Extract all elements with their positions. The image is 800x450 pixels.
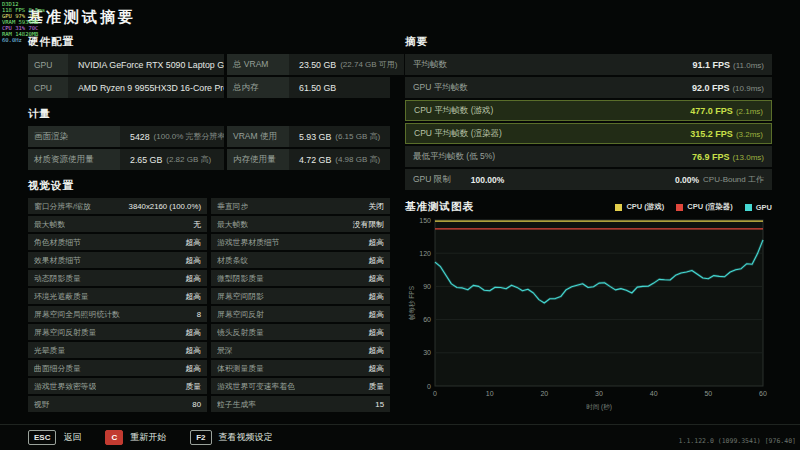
osd-line: D3D12 (2, 1, 45, 7)
setting-label: 游戏世界可变速率着色 (217, 381, 295, 392)
legend-label: GPU (756, 203, 772, 212)
footer-video-settings[interactable]: F2 查看视频设定 (190, 430, 272, 445)
setting-label: 曲面细分质量 (34, 363, 81, 374)
chart-section-header: 基准测试图表 (405, 200, 474, 214)
x-tick-label: 10 (486, 390, 494, 397)
setting-label: 材质条纹 (217, 255, 248, 266)
setting-value: 质量 (185, 381, 201, 392)
legend-swatch (745, 204, 752, 211)
setting-label: 效果材质细节 (34, 255, 81, 266)
setting-row: 屏幕空间反射 超高 (211, 306, 390, 322)
version-text: 1.1.122.0 (1099.3541) [976.40] (679, 437, 796, 445)
setting-label: 屏幕空间全局照明统计数 (34, 309, 120, 320)
frames-rendered-label: 画面渲染 (28, 126, 120, 147)
memory-usage-number: 4.72 GB (299, 155, 331, 165)
setting-label: 角色材质细节 (34, 237, 81, 248)
left-column: 硬件配置 GPU NVIDIA GeForce RTX 5090 Laptop … (28, 33, 390, 414)
setting-value: 8 (197, 310, 201, 319)
benchmark-summary-screen: D3D12118 FPS 8.5msGPU 97% 74CVRAM 5934MB… (0, 0, 800, 450)
summary-section-header: 摘要 (405, 35, 772, 49)
setting-row: 垂直同步 关闭 (211, 198, 390, 214)
visual-settings-left-column: 窗口分辨率/缩放 3840x2160 (100.0%) 最大帧数 无 角色材质细… (28, 198, 207, 414)
y-tick-label: 60 (423, 316, 431, 323)
legend-swatch (615, 204, 622, 211)
chart-header-row: 基准测试图表 CPU (游戏) CPU (渲染器) GPU (405, 200, 772, 214)
gpu-cell: GPU NVIDIA GeForce RTX 5090 Laptop GPU (28, 54, 224, 75)
setting-value: 超高 (185, 255, 201, 266)
cpu-cell: CPU AMD Ryzen 9 9955HX3D 16-Core Process… (28, 77, 224, 98)
c-keycap[interactable]: C (105, 430, 123, 445)
metrics-section-header: 计量 (28, 107, 390, 121)
x-tick-label: 20 (540, 390, 548, 397)
legend-label: CPU (渲染器) (687, 202, 732, 212)
setting-row: 视野 80 (28, 396, 207, 412)
setting-row: 曲面细分质量 超高 (28, 360, 207, 376)
summary-row: 平均帧数 91.1 FPS(11.0ms) (405, 54, 772, 75)
setting-row: 游戏世界材质细节 超高 (211, 234, 390, 250)
plot-area (435, 220, 763, 386)
setting-row: 景深 超高 (211, 342, 390, 358)
setting-label: 游戏世界材质细节 (217, 237, 279, 248)
chart-legend: CPU (游戏) CPU (渲染器) GPU (615, 202, 772, 212)
footer-restart-label: 重新开始 (130, 431, 166, 444)
texture-usage-number: 2.65 GB (130, 155, 162, 165)
setting-row: 环境光遮蔽质量 超高 (28, 288, 207, 304)
footer-return-label: 返回 (63, 431, 81, 444)
summary-row-label: CPU 平均帧数 (游戏) (414, 105, 493, 117)
legend-label: CPU (游戏) (626, 202, 664, 212)
setting-row: 最大帧数 无 (28, 216, 207, 232)
setting-label: 微型阴影质量 (217, 273, 264, 284)
summary-rows: 平均帧数 91.1 FPS(11.0ms) GPU 平均帧数 92.0 FPS(… (405, 54, 772, 169)
setting-row: 屏幕空间反射质量 超高 (28, 324, 207, 340)
frametime-value: (3.2ms) (736, 130, 763, 139)
setting-label: 环境光遮蔽质量 (34, 291, 89, 302)
summary-row-label: CPU 平均帧数 (渲染器) (414, 128, 502, 140)
f2-keycap[interactable]: F2 (190, 430, 211, 445)
setting-value: 超高 (185, 327, 201, 338)
fps-value: 315.2 FPS (690, 129, 733, 139)
footer-video-settings-label: 查看视频设定 (219, 431, 273, 444)
gpu-bound-value: 100.00% (471, 175, 505, 185)
summary-row-value: 477.0 FPS(2.1ms) (690, 106, 763, 116)
setting-value: 关闭 (368, 201, 384, 212)
footer-bar: ESC 返回 C 重新开始 F2 查看视频设定 1.1.122.0 (1099.… (0, 424, 800, 450)
memory-usage-peak: (4.98 GB 高) (335, 154, 380, 165)
setting-value: 超高 (368, 327, 384, 338)
vram-usage-cell: VRAM 使用 5.93 GB(6.15 GB 高) (227, 126, 390, 147)
vram-total-number: 23.50 GB (299, 60, 336, 70)
setting-value: 超高 (368, 345, 384, 356)
hardware-section-header: 硬件配置 (28, 35, 390, 49)
setting-value: 超高 (368, 255, 384, 266)
cpu-value: AMD Ryzen 9 9955HX3D 16-Core Processor (68, 77, 224, 98)
setting-row: 微型阴影质量 超高 (211, 270, 390, 286)
setting-row: 最大帧数 没有限制 (211, 216, 390, 232)
setting-row: 屏幕空间阴影 超高 (211, 288, 390, 304)
setting-row: 窗口分辨率/缩放 3840x2160 (100.0%) (28, 198, 207, 214)
setting-row: 游戏世界致密等级 质量 (28, 378, 207, 394)
ram-total-number: 61.50 GB (299, 83, 336, 93)
memory-usage-cell: 内存使用量 4.72 GB(4.98 GB 高) (227, 149, 390, 170)
frametime-value: (13.0ms) (732, 153, 764, 162)
x-tick-label: 60 (759, 390, 767, 397)
ram-total-label: 总内存 (227, 77, 289, 98)
frames-rendered-cell: 画面渲染 5428(100.0% 完整分辨率) (28, 126, 224, 147)
frametime-value: (11.0ms) (733, 61, 764, 70)
setting-value: 超高 (185, 237, 201, 248)
setting-label: 屏幕空间阴影 (217, 291, 264, 302)
esc-keycap[interactable]: ESC (28, 430, 56, 445)
setting-value: 超高 (368, 237, 384, 248)
footer-restart[interactable]: C 重新开始 (105, 430, 166, 445)
setting-label: 视野 (34, 399, 50, 410)
setting-label: 最大帧数 (217, 219, 248, 230)
vram-total-label: 总 VRAM (227, 54, 289, 75)
content-columns: 硬件配置 GPU NVIDIA GeForce RTX 5090 Laptop … (28, 33, 772, 414)
vram-usage-number: 5.93 GB (299, 132, 331, 142)
cpu-name: AMD Ryzen 9 9955HX3D 16-Core Processor (78, 83, 224, 93)
setting-value: 没有限制 (353, 219, 384, 230)
y-tick-label: 120 (419, 250, 431, 257)
setting-value: 超高 (368, 363, 384, 374)
setting-label: 动态阴影质量 (34, 273, 81, 284)
memory-usage-value: 4.72 GB(4.98 GB 高) (289, 149, 390, 170)
footer-return[interactable]: ESC 返回 (28, 430, 81, 445)
page-title: 基准测试摘要 (28, 8, 772, 27)
